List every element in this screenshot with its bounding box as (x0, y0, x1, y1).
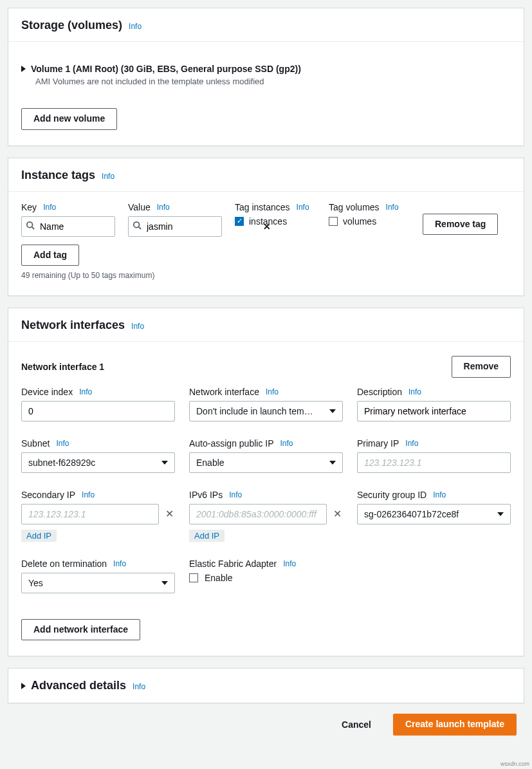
secondary-ip-info[interactable]: Info (82, 490, 95, 499)
primary-ip-label: Primary IP (357, 438, 399, 449)
del-term-select[interactable]: Yes (21, 573, 175, 593)
key-info-link[interactable]: Info (43, 203, 56, 212)
network-interface-label: Network interface (189, 387, 259, 397)
add-tag-button[interactable]: Add tag (21, 245, 79, 266)
sg-select[interactable]: sg-0262364071b72ce8f (357, 504, 511, 524)
del-term-label: Delete on termination (21, 559, 107, 569)
tag-instances-label: Tag instances (235, 202, 290, 212)
advanced-title: Advanced details (31, 679, 126, 692)
tag-instances-info-link[interactable]: Info (297, 203, 309, 212)
secondary-ip-label: Secondary IP (21, 490, 75, 500)
caret-down-icon (329, 409, 336, 413)
subnet-select[interactable]: subnet-f628929c (21, 452, 175, 473)
volume-title: Volume 1 (AMI Root) (30 GiB, EBS, Genera… (31, 64, 301, 74)
auto-assign-label: Auto-assign public IP (189, 438, 274, 449)
svg-point-0 (27, 222, 33, 228)
svg-point-2 (134, 222, 140, 228)
auto-assign-info[interactable]: Info (280, 439, 293, 448)
primary-ip-input[interactable] (357, 452, 511, 473)
advanced-panel: Advanced details Info (8, 668, 524, 703)
efa-checkbox[interactable] (189, 573, 198, 582)
volumes-checkbox-label: volumes (343, 216, 376, 227)
tags-info-link[interactable]: Info (102, 172, 115, 181)
create-launch-template-button[interactable]: Create launch template (393, 714, 517, 736)
add-network-interface-button[interactable]: Add network interface (21, 619, 140, 641)
advanced-info-link[interactable]: Info (133, 682, 145, 691)
tags-header: Instance tags Info (8, 158, 524, 192)
sg-label: Security group ID (357, 490, 427, 500)
auto-assign-select[interactable]: Enable (189, 452, 343, 473)
remove-ipv6-icon[interactable]: ✕ (332, 508, 343, 520)
subnet-label: Subnet (21, 438, 50, 449)
remove-secondary-ip-icon[interactable]: ✕ (164, 508, 175, 520)
ipv6-input[interactable] (189, 504, 327, 524)
volume-subtitle: AMI Volumes are not included in the temp… (35, 77, 511, 86)
caret-down-icon (497, 512, 504, 516)
network-interfaces-title: Network interfaces (21, 319, 125, 332)
network-interface-select[interactable]: Don't include in launch tem… (189, 401, 343, 422)
tags-panel: Instance tags Info Key Info ✕ (8, 158, 524, 297)
del-term-info[interactable]: Info (113, 559, 126, 568)
sg-info[interactable]: Info (433, 490, 446, 499)
ipv6-info[interactable]: Info (229, 490, 242, 499)
caret-down-icon (161, 461, 168, 465)
network-interfaces-panel: Network interfaces Info Network interfac… (8, 308, 524, 656)
network-interface-info[interactable]: Info (266, 387, 279, 396)
svg-line-1 (32, 227, 35, 230)
advanced-header[interactable]: Advanced details Info (8, 669, 524, 703)
subnet-info[interactable]: Info (56, 439, 69, 448)
volume-row[interactable]: Volume 1 (AMI Root) (30 GiB, EBS, Genera… (21, 52, 511, 74)
chevron-right-icon (21, 683, 26, 689)
add-ipv6-button[interactable]: Add IP (189, 530, 225, 542)
secondary-ip-input[interactable] (21, 504, 159, 524)
value-label: Value (128, 202, 151, 212)
primary-ip-info[interactable]: Info (405, 439, 418, 448)
description-info[interactable]: Info (408, 387, 421, 396)
volumes-checkbox[interactable] (329, 217, 338, 226)
storage-title: Storage (volumes) (21, 19, 122, 32)
efa-checkbox-label: Enable (205, 573, 233, 583)
instances-checkbox[interactable]: ✓ (235, 217, 244, 226)
remove-tag-button[interactable]: Remove tag (423, 214, 498, 236)
caret-down-icon (161, 581, 168, 585)
chevron-right-icon (21, 66, 26, 72)
device-index-label: Device index (21, 387, 73, 397)
svg-line-3 (139, 227, 142, 230)
instances-checkbox-label: instances (249, 216, 287, 227)
value-input-wrap[interactable]: ✕ (128, 216, 222, 237)
tag-volumes-label: Tag volumes (329, 202, 380, 212)
cancel-button[interactable]: Cancel (333, 716, 380, 734)
tag-volumes-info-link[interactable]: Info (386, 203, 399, 212)
key-input-wrap[interactable]: ✕ (21, 216, 115, 237)
tags-remaining-hint: 49 remaining (Up to 50 tags maximum) (21, 271, 511, 280)
search-icon (26, 221, 35, 232)
key-label: Key (21, 202, 37, 212)
device-index-info[interactable]: Info (79, 387, 92, 396)
ipv6-label: IPv6 IPs (189, 490, 223, 500)
value-info-link[interactable]: Info (157, 203, 170, 212)
tags-title: Instance tags (21, 169, 95, 182)
storage-panel: Storage (volumes) Info Volume 1 (AMI Roo… (8, 8, 524, 146)
network-interfaces-info-link[interactable]: Info (131, 322, 144, 331)
add-secondary-ip-button[interactable]: Add IP (21, 530, 57, 542)
remove-interface-button[interactable]: Remove (452, 356, 511, 378)
description-input[interactable] (357, 401, 511, 422)
network-interfaces-header: Network interfaces Info (8, 308, 524, 342)
description-label: Description (357, 387, 402, 397)
footer: Cancel Create launch template (8, 711, 524, 742)
caret-down-icon (329, 461, 336, 465)
add-volume-button[interactable]: Add new volume (21, 108, 117, 130)
storage-header: Storage (volumes) Info (8, 8, 524, 42)
storage-info-link[interactable]: Info (129, 22, 142, 31)
efa-label: Elastic Fabric Adapter (189, 559, 277, 569)
interface-1-title: Network interface 1 (21, 362, 104, 372)
efa-info[interactable]: Info (283, 559, 296, 568)
search-icon (133, 221, 142, 232)
device-index-input[interactable] (21, 401, 175, 422)
